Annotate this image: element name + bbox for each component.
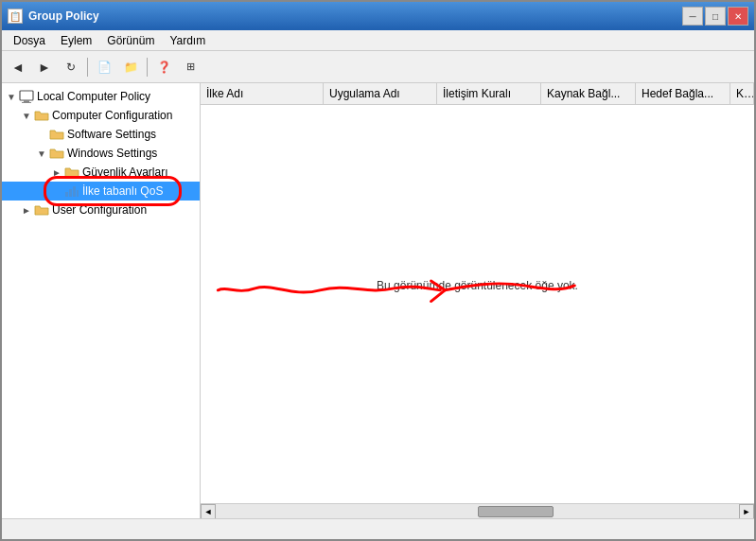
column-headers: İlke Adı Uygulama Adı İletişim Kuralı Ka… (201, 83, 754, 105)
toolbar-separator-1 (87, 58, 88, 77)
tree-item-user-config[interactable]: ► User Configuration (2, 201, 200, 219)
menu-dosya[interactable]: Dosya (6, 32, 53, 49)
main-area: ▼ Local Computer Policy ▼ (2, 83, 754, 518)
svg-rect-3 (65, 192, 68, 197)
local-policy-label: Local Computer Policy (37, 90, 150, 103)
window-title: Group Policy (28, 9, 99, 23)
right-panel: İlke Adı Uygulama Adı İletişim Kuralı Ka… (201, 83, 754, 518)
properties-button[interactable]: 📄 (92, 55, 116, 79)
maximize-button[interactable]: □ (705, 7, 726, 26)
view-button[interactable]: ⊞ (178, 55, 202, 79)
scrollbar-track (216, 504, 739, 519)
user-config-label: User Configuration (52, 203, 147, 217)
tree-item-software-settings[interactable]: ▼ Software Settings (2, 125, 200, 144)
col-header-kaynak-ip[interactable]: Kaynak IP / ... (730, 83, 754, 104)
expand-arrow-guvenlik: ► (49, 165, 64, 180)
empty-message: Bu görünümde görüntülenecek öğe yok. (377, 279, 578, 292)
folder-icon-software (49, 127, 64, 142)
col-header-iletisim-kurali[interactable]: İletişim Kuralı (437, 83, 541, 104)
windows-settings-label: Windows Settings (67, 147, 157, 160)
tree-item-windows-settings[interactable]: ▼ Windows Settings (2, 144, 200, 163)
menu-eylem[interactable]: Eylem (53, 32, 99, 49)
col-header-hedef-bagla[interactable]: Hedef Bağla... (636, 83, 730, 104)
toolbar: ◄ ► ↻ 📄 📁 ❓ ⊞ (2, 51, 754, 83)
close-button[interactable]: ✕ (728, 7, 748, 26)
folder-icon-guvenlik (64, 165, 79, 180)
refresh-button[interactable]: ↻ (59, 55, 83, 79)
expand-arrow-user-config: ► (19, 202, 34, 218)
svg-rect-4 (69, 189, 72, 197)
help-button[interactable]: ❓ (151, 55, 176, 79)
expand-arrow-local-policy: ▼ (4, 89, 19, 104)
scrollbar-thumb[interactable] (478, 506, 554, 517)
new-button[interactable]: 📁 (118, 55, 143, 79)
menu-gorunum[interactable]: Görünüm (99, 32, 162, 49)
tree-panel: ▼ Local Computer Policy ▼ (2, 83, 201, 518)
col-header-kaynak-bagl[interactable]: Kaynak Bağl... (541, 83, 636, 104)
tree-item-local-policy[interactable]: ▼ Local Computer Policy (2, 87, 200, 106)
title-bar: 📋 Group Policy ─ □ ✕ (2, 2, 754, 30)
svg-rect-2 (22, 102, 31, 103)
back-button[interactable]: ◄ (6, 55, 30, 79)
status-bar (2, 518, 754, 539)
qos-chart-icon (64, 184, 79, 198)
scroll-left-button[interactable]: ◄ (201, 504, 216, 519)
menu-yardim[interactable]: Yardım (162, 32, 213, 49)
guvenlik-label: Güvenlik Ayarları (82, 166, 168, 179)
content-area: Bu görünümde görüntülenecek öğe yok. (201, 105, 754, 503)
software-settings-label: Software Settings (67, 128, 156, 141)
h-scrollbar[interactable]: ◄ ► (201, 503, 754, 518)
window-icon: 📋 (8, 9, 23, 24)
main-window: 📋 Group Policy ─ □ ✕ Dosya Eylem Görünüm… (0, 0, 756, 541)
svg-rect-5 (73, 186, 76, 197)
svg-rect-6 (77, 190, 79, 197)
menu-bar: Dosya Eylem Görünüm Yardım (2, 30, 754, 51)
computer-config-label: Computer Configuration (52, 109, 172, 122)
toolbar-separator-2 (147, 58, 148, 77)
scroll-right-button[interactable]: ► (739, 504, 754, 519)
monitor-icon (19, 89, 34, 104)
title-buttons: ─ □ ✕ (682, 7, 748, 26)
folder-icon-user-config (34, 202, 49, 218)
tree-item-qos[interactable]: ► İlke tabanlı QoS (2, 182, 200, 201)
expand-arrow-computer-config: ▼ (19, 108, 34, 123)
svg-rect-1 (24, 100, 29, 102)
col-header-uygulama-adi[interactable]: Uygulama Adı (324, 83, 437, 104)
folder-icon-computer-config (34, 108, 49, 123)
minimize-button[interactable]: ─ (682, 7, 703, 26)
qos-label: İlke tabanlı QoS (82, 184, 163, 198)
title-bar-left: 📋 Group Policy (8, 9, 99, 24)
folder-icon-windows (49, 146, 64, 161)
annotation-overlay (201, 105, 754, 503)
forward-button[interactable]: ► (32, 55, 57, 79)
expand-arrow-software: ▼ (34, 127, 49, 142)
tree-item-guvenlik[interactable]: ► Güvenlik Ayarları (2, 163, 200, 182)
svg-rect-0 (20, 91, 33, 100)
col-header-ilke-adi[interactable]: İlke Adı (201, 83, 324, 104)
tree-item-computer-config[interactable]: ▼ Computer Configuration (2, 106, 200, 125)
expand-arrow-windows: ▼ (34, 146, 49, 161)
